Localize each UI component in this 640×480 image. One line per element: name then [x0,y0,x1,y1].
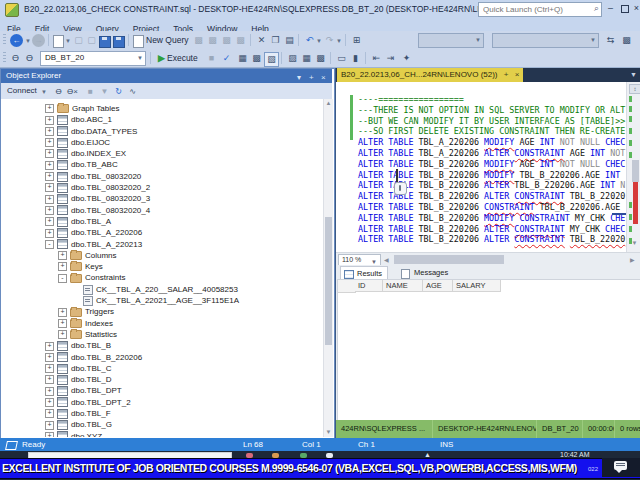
code-line[interactable]: ALTER TABLE TBL_A_220206 MODIFY AGE INT … [358,137,626,148]
tree-item[interactable]: CK__TBL_A_220__SALAR__40058253 [1,280,323,291]
add-project-icon[interactable]: ▢ [85,34,98,47]
tree-item[interactable]: +dbo.TBL_G [1,415,323,426]
tree-item[interactable]: +dbo.TBL_B_220206 [1,348,323,359]
connect-button[interactable]: Connect [7,86,37,95]
editor-horizontal-scrollbar[interactable]: 110 % ▼ ◀ ▶ [336,252,640,266]
toolbar-combo-1[interactable]: ▼ [418,33,484,48]
nav-back-dropdown-icon[interactable]: ▼ [25,38,31,44]
grid-column-header[interactable]: ID [355,280,383,292]
tree-item[interactable]: -Constraints [1,268,323,279]
quick-launch-box[interactable]: ⌕ [478,2,602,17]
toolbar-grip[interactable] [3,34,6,46]
decrease-indent-icon[interactable]: ⇤ [370,52,383,65]
object-explorer-titlebar[interactable]: Object Explorer ▾ + × [1,69,332,83]
connect-icon[interactable]: Ɵ [9,52,22,65]
tree-item[interactable]: -dbo.TBL_A_220213 [1,235,323,246]
scroll-up-icon[interactable]: ▲ [324,100,333,106]
tree-item[interactable]: +dbo.TBL_C [1,359,323,370]
tree-item[interactable]: +dbo.TB_ABC [1,155,323,166]
mdx-query-icon[interactable]: ▩ [206,34,219,47]
title-bar[interactable]: B20_22.0213,06_CHECK CONSTRAINT.sql - DE… [0,0,640,18]
filter-icon[interactable]: ▼ [99,86,110,97]
quick-launch-input[interactable] [481,3,589,16]
splitter-handle[interactable]: ↕ [629,84,640,94]
increase-indent-icon[interactable]: ⇥ [384,52,397,65]
tree-item[interactable]: CK__TBL_A_22021__AGE__3F115E1A [1,291,323,302]
xmla-query-icon[interactable]: ▩ [234,34,247,47]
specify-template-icon[interactable]: ✦ [400,52,413,65]
scrollbar-thumb[interactable] [325,217,332,345]
code-line[interactable]: ALTER TABLE TBL_B_220206 MODIFY CONSTRAI… [358,213,626,224]
tree-item[interactable]: +Indexes [1,314,323,325]
code-line[interactable]: ALTER TABLE TBL_B_220206 ALTER CONSTRAIN… [358,224,626,235]
query-options-icon[interactable]: ▩ [250,52,263,65]
tree-item[interactable]: +dbo.EIJOC [1,133,323,144]
grid-column-header[interactable]: AGE [423,280,453,292]
selection-box-icon[interactable]: ⊞ [350,34,363,47]
tree-item[interactable]: +dbo.TBL_DPT_2 [1,393,323,404]
tree-item[interactable]: +dbo.TBL_08032020_2 [1,178,323,189]
results-to-grid-icon[interactable]: ▧ [264,52,279,67]
tree-item[interactable]: +dbo.INDEX_EX [1,144,323,155]
include-actual-plan-icon[interactable]: ▦ [300,52,313,65]
pin-icon[interactable]: + [504,70,509,79]
open-file-icon[interactable]: ▢ [72,34,85,47]
tray-overflow-icon[interactable]: ▲ [424,451,431,458]
comment-icon[interactable]: ▮ [349,52,362,65]
scroll-right-icon[interactable]: ▶ [630,256,635,263]
intellisense-icon[interactable]: ▨ [286,52,299,65]
code-line[interactable]: ---THERE IS NOT OPTION IN SQL SERVER TO … [358,105,626,116]
compare-icon[interactable]: ⇆ [604,34,617,47]
chat-bubble-icon[interactable] [614,461,627,470]
copy-icon[interactable]: ❐ [269,34,282,47]
tree-item[interactable]: +dbo.TBL_08032020_4 [1,201,323,212]
activity-monitor-icon[interactable]: ∿ [127,86,138,97]
tree-item[interactable]: +dbo.DATA_TYPES [1,122,323,133]
toolbar-combo-2[interactable]: ▼ [492,33,599,48]
code-line[interactable]: ---SO FIRST DELETE EXISTING CONSTRAINT T… [358,126,626,137]
tree-item[interactable]: +dbo.TBL_08032020_3 [1,189,323,200]
sql-editor[interactable]: ----=================---THERE IS NOT OPT… [336,82,640,252]
tree-item[interactable]: +dbo.TBL_D [1,370,323,381]
code-line[interactable]: ALTER TABLE TBL_B_220206 CONSTRAINT TBL_… [358,202,626,213]
tree-item[interactable]: +Columns [1,246,323,257]
nav-forward-icon[interactable]: → [32,34,45,47]
execute-button[interactable]: Execute [167,52,198,65]
sqlcmd-mode-icon[interactable]: ▭ [335,52,348,65]
feedback-icon[interactable]: ▩ [620,34,633,47]
close-icon[interactable]: × [515,70,520,79]
code-line[interactable]: ----================= [358,94,626,105]
tree-item[interactable]: +dbo.TBL_A [1,212,323,223]
redo-dropdown-icon[interactable]: ▼ [336,38,342,44]
cancel-query-icon[interactable]: ■ [205,52,218,65]
cut-icon[interactable]: ✕ [255,34,268,47]
scroll-left-icon[interactable]: ◀ [384,256,389,263]
display-estimated-plan-icon[interactable]: ▦ [236,52,249,65]
tree-item[interactable]: +dbo.TBL_B [1,336,323,347]
grid-corner-cell[interactable] [338,280,356,293]
grid-column-header[interactable]: NAME [383,280,423,292]
disconnect-plug-icon[interactable]: Ɵ× [67,86,78,97]
minimize-button[interactable]: – [604,2,617,15]
paste-icon[interactable]: ▤ [283,34,296,47]
code-line[interactable]: ALTER TABLE TBL_B_220206 ALTER CONSTRAIN… [358,234,626,245]
connect-dropdown-icon[interactable]: ▼ [41,89,47,95]
tab-list-dropdown-icon[interactable]: ▼ [630,71,637,78]
dmx-query-icon[interactable]: ▩ [220,34,233,47]
code-line[interactable]: ALTER TABLE TBL_A_220206 ALTER CONSTRAIN… [358,148,626,159]
tree-item[interactable]: +Keys [1,257,323,268]
tree-item[interactable]: +Statistics [1,325,323,336]
new-query-icon[interactable] [133,35,144,48]
tree-item[interactable]: +Graph Tables [1,99,323,110]
document-tab[interactable]: B20_22.0213,06_CH...24RN\LENOVO (52)) + … [337,68,523,82]
tree-item[interactable]: +dbo.TBL_08032020 [1,167,323,178]
scroll-down-icon[interactable]: ▼ [324,429,333,435]
save-all-icon[interactable] [113,36,125,48]
code-line[interactable]: ALTER TABLE TBL_B_220206 MODIFY AGE INT … [358,159,626,170]
nav-back-icon[interactable]: ← [10,34,23,47]
stop-icon[interactable]: ■ [85,86,96,97]
editor-vertical-scrollbar[interactable]: ↕ ▼ [626,82,640,252]
new-query-button[interactable]: New Query [146,34,189,47]
new-item-icon[interactable] [53,35,64,48]
new-item-dropdown-icon[interactable]: ▼ [65,38,71,44]
